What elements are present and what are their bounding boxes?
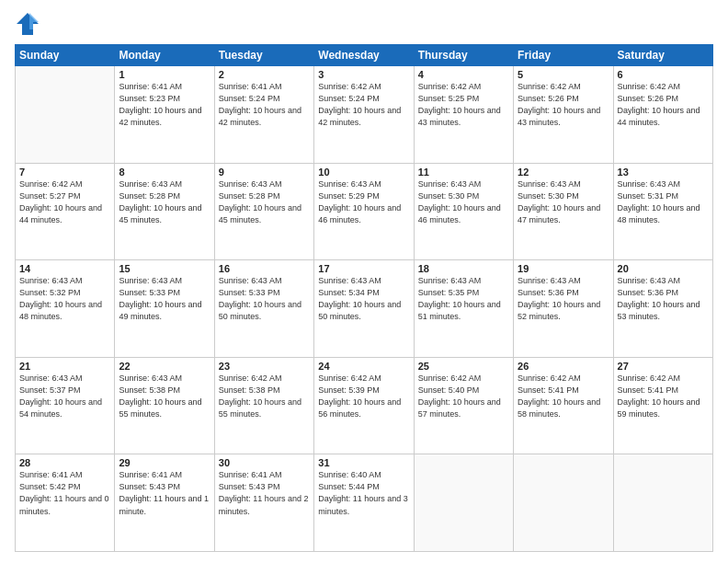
day-info: Sunrise: 6:41 AM Sunset: 5:42 PM Dayligh… — [19, 469, 110, 517]
day-info: Sunrise: 6:43 AM Sunset: 5:36 PM Dayligh… — [618, 275, 709, 323]
day-number: 15 — [119, 263, 210, 274]
day-info: Sunrise: 6:43 AM Sunset: 5:28 PM Dayligh… — [119, 178, 210, 226]
day-info: Sunrise: 6:42 AM Sunset: 5:26 PM Dayligh… — [618, 81, 709, 129]
calendar-cell: 5Sunrise: 6:42 AM Sunset: 5:26 PM Daylig… — [514, 66, 613, 164]
day-number: 3 — [318, 69, 409, 80]
calendar-cell: 21Sunrise: 6:43 AM Sunset: 5:37 PM Dayli… — [16, 357, 115, 454]
day-number: 8 — [119, 167, 210, 178]
calendar-cell: 1Sunrise: 6:41 AM Sunset: 5:23 PM Daylig… — [115, 66, 214, 164]
calendar-table: SundayMondayTuesdayWednesdayThursdayFrid… — [15, 44, 713, 552]
day-info: Sunrise: 6:43 AM Sunset: 5:30 PM Dayligh… — [518, 178, 609, 226]
day-number: 27 — [618, 361, 709, 372]
day-number: 29 — [119, 457, 210, 468]
weekday-header-row: SundayMondayTuesdayWednesdayThursdayFrid… — [16, 45, 713, 66]
day-number: 9 — [219, 167, 310, 178]
calendar-cell: 19Sunrise: 6:43 AM Sunset: 5:36 PM Dayli… — [514, 260, 613, 358]
day-info: Sunrise: 6:42 AM Sunset: 5:38 PM Dayligh… — [219, 373, 310, 420]
day-info: Sunrise: 6:43 AM Sunset: 5:34 PM Dayligh… — [318, 275, 409, 323]
page: SundayMondayTuesdayWednesdayThursdayFrid… — [0, 0, 728, 563]
day-info: Sunrise: 6:43 AM Sunset: 5:31 PM Dayligh… — [618, 178, 709, 226]
day-number: 24 — [318, 361, 409, 372]
day-info: Sunrise: 6:42 AM Sunset: 5:24 PM Dayligh… — [318, 81, 409, 129]
calendar-cell: 11Sunrise: 6:43 AM Sunset: 5:30 PM Dayli… — [414, 163, 513, 260]
day-number: 31 — [318, 457, 409, 468]
day-number: 14 — [19, 263, 110, 274]
day-info: Sunrise: 6:41 AM Sunset: 5:43 PM Dayligh… — [119, 469, 210, 517]
day-number: 11 — [418, 167, 509, 178]
calendar-cell: 29Sunrise: 6:41 AM Sunset: 5:43 PM Dayli… — [115, 454, 214, 552]
calendar-cell: 23Sunrise: 6:42 AM Sunset: 5:38 PM Dayli… — [214, 357, 313, 454]
day-number: 19 — [518, 263, 609, 274]
calendar-week-row: 1Sunrise: 6:41 AM Sunset: 5:23 PM Daylig… — [16, 66, 713, 164]
day-info: Sunrise: 6:43 AM Sunset: 5:36 PM Dayligh… — [518, 275, 609, 323]
day-number: 30 — [219, 457, 310, 468]
day-info: Sunrise: 6:43 AM Sunset: 5:33 PM Dayligh… — [119, 275, 210, 323]
calendar-cell: 16Sunrise: 6:43 AM Sunset: 5:33 PM Dayli… — [214, 260, 313, 358]
weekday-header-friday: Friday — [514, 45, 613, 66]
calendar-cell: 30Sunrise: 6:41 AM Sunset: 5:43 PM Dayli… — [214, 454, 313, 552]
day-info: Sunrise: 6:42 AM Sunset: 5:41 PM Dayligh… — [618, 373, 709, 420]
day-info: Sunrise: 6:42 AM Sunset: 5:39 PM Dayligh… — [318, 373, 409, 420]
calendar-cell: 15Sunrise: 6:43 AM Sunset: 5:33 PM Dayli… — [115, 260, 214, 358]
day-info: Sunrise: 6:42 AM Sunset: 5:40 PM Dayligh… — [418, 373, 509, 420]
calendar-cell: 6Sunrise: 6:42 AM Sunset: 5:26 PM Daylig… — [613, 66, 712, 164]
calendar-cell: 28Sunrise: 6:41 AM Sunset: 5:42 PM Dayli… — [16, 454, 115, 552]
header — [15, 11, 713, 37]
calendar-cell: 10Sunrise: 6:43 AM Sunset: 5:29 PM Dayli… — [314, 163, 414, 260]
calendar-cell: 9Sunrise: 6:43 AM Sunset: 5:28 PM Daylig… — [214, 163, 313, 260]
calendar-cell: 31Sunrise: 6:40 AM Sunset: 5:44 PM Dayli… — [314, 454, 414, 552]
calendar-cell: 14Sunrise: 6:43 AM Sunset: 5:32 PM Dayli… — [16, 260, 115, 358]
svg-marker-1 — [29, 13, 39, 29]
svg-marker-0 — [17, 13, 39, 35]
day-number: 17 — [318, 263, 409, 274]
calendar-cell: 4Sunrise: 6:42 AM Sunset: 5:25 PM Daylig… — [414, 66, 513, 164]
calendar-cell: 13Sunrise: 6:43 AM Sunset: 5:31 PM Dayli… — [613, 163, 712, 260]
weekday-header-sunday: Sunday — [16, 45, 115, 66]
calendar-cell: 18Sunrise: 6:43 AM Sunset: 5:35 PM Dayli… — [414, 260, 513, 358]
calendar-cell: 22Sunrise: 6:43 AM Sunset: 5:38 PM Dayli… — [115, 357, 214, 454]
weekday-header-monday: Monday — [115, 45, 214, 66]
day-number: 25 — [418, 361, 509, 372]
weekday-header-thursday: Thursday — [414, 45, 513, 66]
day-info: Sunrise: 6:40 AM Sunset: 5:44 PM Dayligh… — [318, 469, 409, 517]
day-number: 23 — [219, 361, 310, 372]
day-info: Sunrise: 6:43 AM Sunset: 5:38 PM Dayligh… — [119, 373, 210, 420]
calendar-cell: 8Sunrise: 6:43 AM Sunset: 5:28 PM Daylig… — [115, 163, 214, 260]
day-number: 1 — [119, 69, 210, 80]
day-number: 18 — [418, 263, 509, 274]
day-info: Sunrise: 6:41 AM Sunset: 5:23 PM Dayligh… — [119, 81, 210, 129]
day-number: 21 — [19, 361, 110, 372]
day-number: 7 — [19, 167, 110, 178]
weekday-header-tuesday: Tuesday — [214, 45, 313, 66]
calendar-cell — [414, 454, 513, 552]
day-number: 20 — [618, 263, 709, 274]
calendar-cell: 17Sunrise: 6:43 AM Sunset: 5:34 PM Dayli… — [314, 260, 414, 358]
calendar-cell: 24Sunrise: 6:42 AM Sunset: 5:39 PM Dayli… — [314, 357, 414, 454]
calendar-cell — [613, 454, 712, 552]
day-info: Sunrise: 6:41 AM Sunset: 5:43 PM Dayligh… — [219, 469, 310, 517]
calendar-week-row: 28Sunrise: 6:41 AM Sunset: 5:42 PM Dayli… — [16, 454, 713, 552]
day-number: 16 — [219, 263, 310, 274]
day-number: 2 — [219, 69, 310, 80]
day-info: Sunrise: 6:43 AM Sunset: 5:30 PM Dayligh… — [418, 178, 509, 226]
day-number: 6 — [618, 69, 709, 80]
day-info: Sunrise: 6:43 AM Sunset: 5:28 PM Dayligh… — [219, 178, 310, 226]
day-info: Sunrise: 6:43 AM Sunset: 5:33 PM Dayligh… — [219, 275, 310, 323]
logo — [15, 11, 44, 37]
day-number: 4 — [418, 69, 509, 80]
day-number: 5 — [518, 69, 609, 80]
day-number: 10 — [318, 167, 409, 178]
day-number: 28 — [19, 457, 110, 468]
day-info: Sunrise: 6:43 AM Sunset: 5:29 PM Dayligh… — [318, 178, 409, 226]
day-info: Sunrise: 6:43 AM Sunset: 5:35 PM Dayligh… — [418, 275, 509, 323]
day-info: Sunrise: 6:42 AM Sunset: 5:26 PM Dayligh… — [518, 81, 609, 129]
day-number: 13 — [618, 167, 709, 178]
calendar-week-row: 14Sunrise: 6:43 AM Sunset: 5:32 PM Dayli… — [16, 260, 713, 358]
calendar-cell — [16, 66, 115, 164]
weekday-header-wednesday: Wednesday — [314, 45, 414, 66]
day-info: Sunrise: 6:42 AM Sunset: 5:41 PM Dayligh… — [518, 373, 609, 420]
logo-icon — [15, 11, 40, 37]
calendar-cell — [514, 454, 613, 552]
calendar-cell: 7Sunrise: 6:42 AM Sunset: 5:27 PM Daylig… — [16, 163, 115, 260]
calendar-week-row: 7Sunrise: 6:42 AM Sunset: 5:27 PM Daylig… — [16, 163, 713, 260]
